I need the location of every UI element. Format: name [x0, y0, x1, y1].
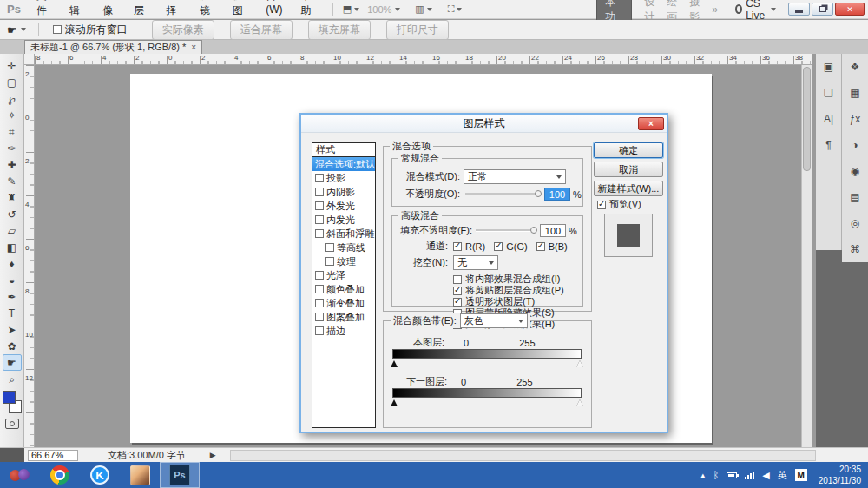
fill-opacity-slider[interactable]	[476, 229, 535, 232]
scroll-all-windows-checkbox[interactable]	[53, 25, 62, 34]
quick-mask-icon[interactable]	[5, 419, 19, 429]
zoom-tool[interactable]: ⌕	[3, 371, 22, 387]
style-item-checkbox[interactable]	[315, 326, 324, 335]
channel-checkbox[interactable]	[536, 242, 545, 251]
underlying-layer-gradient-bar[interactable]	[392, 388, 582, 398]
style-item-checkbox[interactable]	[315, 299, 324, 307]
color-panel-icon[interactable]: ❖	[845, 59, 865, 75]
style-list-item[interactable]: 纹理	[312, 254, 375, 268]
foreground-color-swatch[interactable]	[3, 391, 16, 404]
knockout-select[interactable]: 无	[453, 255, 498, 270]
ok-button[interactable]: 确定	[594, 142, 663, 158]
scroll-all-windows-option[interactable]: 滚动所有窗口	[44, 23, 136, 37]
opacity-slider[interactable]	[465, 193, 539, 195]
options-button[interactable]: 填充屏幕	[308, 20, 371, 40]
options-button[interactable]: 打印尺寸	[386, 20, 449, 40]
advanced-option-checkbox[interactable]	[453, 287, 462, 295]
brush-presets-panel-icon[interactable]: ❏	[819, 85, 838, 101]
fill-opacity-input[interactable]: 100	[540, 224, 566, 237]
bluetooth-icon[interactable]: ᛒ	[713, 470, 720, 480]
channel-checkbox[interactable]	[453, 242, 462, 251]
horizontal-scrollbar[interactable]	[230, 450, 816, 461]
crop-tool[interactable]: ⌗	[3, 123, 22, 140]
eyedropper-tool[interactable]: ✑	[3, 140, 22, 156]
style-item-checkbox[interactable]	[326, 243, 334, 252]
close-button[interactable]: ✕	[835, 3, 865, 16]
type-tool[interactable]: T	[3, 305, 22, 321]
style-list-item[interactable]: 渐变叠加	[312, 296, 375, 310]
language-indicator[interactable]: 英	[778, 469, 787, 482]
clone-stamp-tool[interactable]: ♜	[3, 189, 22, 206]
blend-if-select[interactable]: 灰色	[460, 313, 528, 328]
taskbar-app-qq[interactable]	[120, 462, 160, 488]
style-list-item[interactable]: 等高线	[312, 241, 375, 254]
taskbar-app-photoshop[interactable]: Ps	[160, 462, 200, 488]
pen-tool[interactable]: ✒	[3, 288, 22, 305]
taskbar-app-kugou[interactable]: K	[80, 462, 120, 488]
options-button[interactable]: 实际像素	[152, 20, 214, 40]
underlying-layer-white-marker[interactable]	[576, 399, 583, 406]
path-selection-tool[interactable]: ➤	[3, 321, 22, 338]
style-list-item[interactable]: 颜色叠加	[312, 282, 375, 296]
tray-expand-icon[interactable]: ▴	[700, 470, 706, 481]
minimize-button[interactable]	[788, 3, 810, 16]
marquee-tool[interactable]: ▢	[3, 74, 22, 90]
lasso-tool[interactable]: ℘	[3, 90, 22, 107]
style-item-checkbox[interactable]	[315, 313, 324, 321]
taskbar-app-chrome[interactable]	[40, 462, 80, 488]
paragraph-panel-icon[interactable]: ¶	[819, 137, 838, 153]
gradient-tool[interactable]: ◧	[3, 239, 22, 255]
style-list-item[interactable]: 投影	[312, 171, 375, 185]
style-item-checkbox[interactable]	[315, 174, 324, 182]
style-item-checkbox[interactable]	[315, 229, 324, 238]
battery-icon[interactable]	[727, 472, 737, 478]
fill-opacity-slider-thumb[interactable]	[530, 227, 537, 234]
swatches-panel-icon[interactable]: ▦	[845, 85, 865, 101]
hand-tool[interactable]: ☛	[3, 354, 22, 371]
dialog-close-button[interactable]: ×	[638, 117, 664, 130]
mini-bridge-panel-icon[interactable]: ▣	[819, 59, 838, 75]
style-list-item[interactable]: 内阴影	[312, 185, 375, 199]
cancel-button[interactable]: 取消	[594, 162, 663, 177]
status-flyout-arrow[interactable]: ▶	[210, 451, 216, 459]
cs-live-button[interactable]: CS Live	[735, 0, 776, 22]
network-signal-icon[interactable]	[745, 472, 754, 479]
eraser-tool[interactable]: ▱	[3, 222, 22, 239]
healing-brush-tool[interactable]: ✚	[3, 156, 22, 173]
layers-panel-icon[interactable]: ▤	[845, 189, 865, 205]
history-brush-tool[interactable]: ↺	[3, 206, 22, 222]
restore-button[interactable]	[812, 3, 833, 16]
style-item-checkbox[interactable]	[315, 188, 324, 196]
advanced-option-checkbox[interactable]	[453, 298, 462, 307]
current-tool-chip[interactable]: ☛	[0, 23, 33, 36]
dodge-tool[interactable]: ◒	[3, 272, 22, 288]
brush-tool[interactable]: ✎	[3, 173, 22, 189]
channel-checkbox-row[interactable]: R(R)	[453, 241, 485, 252]
this-layer-gradient-bar[interactable]	[392, 349, 582, 359]
volume-icon[interactable]: ◀	[762, 470, 769, 481]
document-tab[interactable]: 未标题-1 @ 66.7% (形状 1, RGB/8) * ×	[24, 40, 202, 54]
blend-mode-select[interactable]: 正常	[464, 169, 566, 184]
arrange-documents-button[interactable]: ▥	[411, 3, 436, 15]
ime-icon[interactable]: M	[795, 469, 807, 481]
style-item-checkbox[interactable]	[315, 215, 324, 224]
opacity-slider-thumb[interactable]	[535, 190, 542, 197]
style-item-checkbox[interactable]	[315, 271, 324, 280]
shape-tool[interactable]: ✿	[3, 338, 22, 354]
workspace-overflow-icon[interactable]: »	[712, 3, 716, 16]
style-list-item[interactable]: 光泽	[312, 268, 375, 282]
channel-checkbox-row[interactable]: B(B)	[536, 241, 568, 252]
channel-checkbox-row[interactable]: G(G)	[494, 241, 527, 252]
preview-option[interactable]: 预览(V)	[597, 198, 641, 211]
blur-tool[interactable]: ♦	[3, 255, 22, 272]
tab-close-icon[interactable]: ×	[191, 43, 196, 52]
taskbar-app-swirl[interactable]	[0, 462, 40, 488]
style-item-checkbox[interactable]	[315, 285, 324, 293]
paths-panel-icon[interactable]: ⌘	[845, 241, 865, 257]
character-panel-icon[interactable]: A|	[819, 111, 838, 127]
underlying-layer-black-marker[interactable]	[391, 399, 398, 406]
move-tool[interactable]: ✛	[3, 57, 22, 74]
style-list-item[interactable]: 混合选项:默认	[312, 157, 375, 171]
style-item-checkbox[interactable]	[326, 257, 334, 266]
quick-selection-tool[interactable]: ✧	[3, 107, 22, 123]
